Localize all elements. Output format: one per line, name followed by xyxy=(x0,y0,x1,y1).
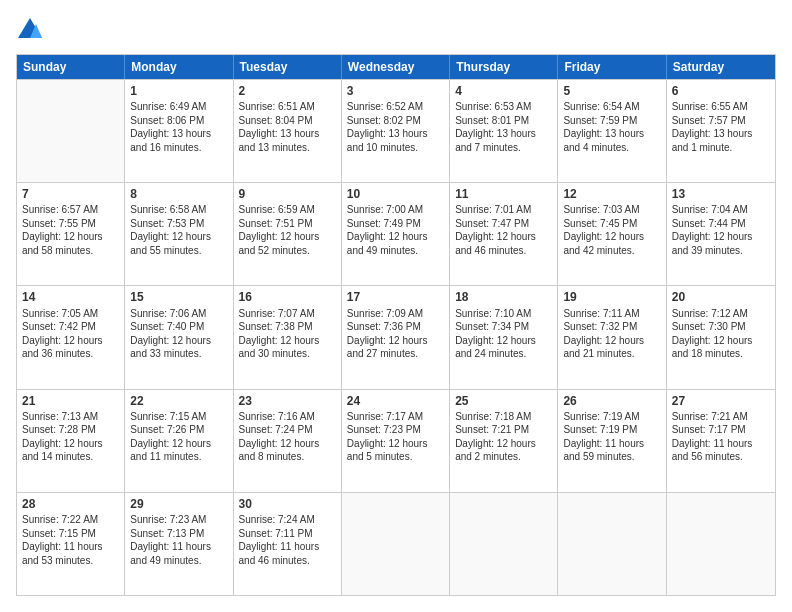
day-number: 2 xyxy=(239,83,336,99)
day-detail: Daylight: 12 hours xyxy=(347,230,444,244)
day-detail: Daylight: 12 hours xyxy=(239,230,336,244)
day-detail: and 30 minutes. xyxy=(239,347,336,361)
day-detail: and 2 minutes. xyxy=(455,450,552,464)
day-number: 5 xyxy=(563,83,660,99)
calendar-day-empty xyxy=(450,493,558,595)
day-detail: Daylight: 13 hours xyxy=(672,127,770,141)
calendar-day-1: 1Sunrise: 6:49 AMSunset: 8:06 PMDaylight… xyxy=(125,80,233,182)
day-detail: Daylight: 12 hours xyxy=(672,230,770,244)
calendar-day-11: 11Sunrise: 7:01 AMSunset: 7:47 PMDayligh… xyxy=(450,183,558,285)
day-detail: and 39 minutes. xyxy=(672,244,770,258)
day-detail: Sunset: 7:47 PM xyxy=(455,217,552,231)
day-detail: Daylight: 13 hours xyxy=(347,127,444,141)
calendar-day-4: 4Sunrise: 6:53 AMSunset: 8:01 PMDaylight… xyxy=(450,80,558,182)
day-detail: Sunset: 7:13 PM xyxy=(130,527,227,541)
day-detail: and 36 minutes. xyxy=(22,347,119,361)
calendar-day-23: 23Sunrise: 7:16 AMSunset: 7:24 PMDayligh… xyxy=(234,390,342,492)
calendar-day-3: 3Sunrise: 6:52 AMSunset: 8:02 PMDaylight… xyxy=(342,80,450,182)
calendar-day-2: 2Sunrise: 6:51 AMSunset: 8:04 PMDaylight… xyxy=(234,80,342,182)
day-detail: Daylight: 12 hours xyxy=(130,437,227,451)
day-number: 25 xyxy=(455,393,552,409)
calendar-day-7: 7Sunrise: 6:57 AMSunset: 7:55 PMDaylight… xyxy=(17,183,125,285)
day-detail: and 27 minutes. xyxy=(347,347,444,361)
cal-header-thursday: Thursday xyxy=(450,55,558,79)
day-detail: Sunrise: 7:10 AM xyxy=(455,307,552,321)
day-number: 14 xyxy=(22,289,119,305)
calendar-day-empty xyxy=(667,493,775,595)
day-detail: and 10 minutes. xyxy=(347,141,444,155)
day-detail: Sunset: 7:51 PM xyxy=(239,217,336,231)
day-number: 12 xyxy=(563,186,660,202)
day-number: 4 xyxy=(455,83,552,99)
calendar-day-empty xyxy=(17,80,125,182)
day-detail: Daylight: 11 hours xyxy=(22,540,119,554)
day-detail: Sunrise: 7:03 AM xyxy=(563,203,660,217)
day-number: 29 xyxy=(130,496,227,512)
day-detail: and 4 minutes. xyxy=(563,141,660,155)
day-detail: Sunset: 7:36 PM xyxy=(347,320,444,334)
day-detail: Sunrise: 7:15 AM xyxy=(130,410,227,424)
day-detail: Sunset: 7:45 PM xyxy=(563,217,660,231)
calendar: SundayMondayTuesdayWednesdayThursdayFrid… xyxy=(16,54,776,596)
day-number: 3 xyxy=(347,83,444,99)
calendar-row-1: 1Sunrise: 6:49 AMSunset: 8:06 PMDaylight… xyxy=(17,79,775,182)
cal-header-wednesday: Wednesday xyxy=(342,55,450,79)
day-detail: Sunset: 7:23 PM xyxy=(347,423,444,437)
day-detail: and 59 minutes. xyxy=(563,450,660,464)
day-number: 16 xyxy=(239,289,336,305)
day-number: 24 xyxy=(347,393,444,409)
cal-header-saturday: Saturday xyxy=(667,55,775,79)
day-detail: Sunset: 7:28 PM xyxy=(22,423,119,437)
calendar-day-8: 8Sunrise: 6:58 AMSunset: 7:53 PMDaylight… xyxy=(125,183,233,285)
calendar-row-2: 7Sunrise: 6:57 AMSunset: 7:55 PMDaylight… xyxy=(17,182,775,285)
calendar-day-17: 17Sunrise: 7:09 AMSunset: 7:36 PMDayligh… xyxy=(342,286,450,388)
day-detail: Sunrise: 7:16 AM xyxy=(239,410,336,424)
day-number: 9 xyxy=(239,186,336,202)
calendar-day-16: 16Sunrise: 7:07 AMSunset: 7:38 PMDayligh… xyxy=(234,286,342,388)
day-detail: Sunset: 8:04 PM xyxy=(239,114,336,128)
calendar-day-29: 29Sunrise: 7:23 AMSunset: 7:13 PMDayligh… xyxy=(125,493,233,595)
day-detail: Sunset: 7:38 PM xyxy=(239,320,336,334)
day-number: 18 xyxy=(455,289,552,305)
day-detail: Sunrise: 7:24 AM xyxy=(239,513,336,527)
calendar-day-18: 18Sunrise: 7:10 AMSunset: 7:34 PMDayligh… xyxy=(450,286,558,388)
day-detail: Sunset: 8:06 PM xyxy=(130,114,227,128)
day-detail: Daylight: 12 hours xyxy=(563,230,660,244)
day-number: 28 xyxy=(22,496,119,512)
day-detail: Sunrise: 7:21 AM xyxy=(672,410,770,424)
day-detail: Sunrise: 6:51 AM xyxy=(239,100,336,114)
day-detail: Sunset: 7:24 PM xyxy=(239,423,336,437)
day-detail: and 49 minutes. xyxy=(130,554,227,568)
day-detail: Sunrise: 6:49 AM xyxy=(130,100,227,114)
calendar-row-4: 21Sunrise: 7:13 AMSunset: 7:28 PMDayligh… xyxy=(17,389,775,492)
day-number: 1 xyxy=(130,83,227,99)
day-number: 10 xyxy=(347,186,444,202)
day-detail: Daylight: 12 hours xyxy=(455,334,552,348)
day-detail: and 33 minutes. xyxy=(130,347,227,361)
calendar-day-22: 22Sunrise: 7:15 AMSunset: 7:26 PMDayligh… xyxy=(125,390,233,492)
day-number: 22 xyxy=(130,393,227,409)
cal-header-sunday: Sunday xyxy=(17,55,125,79)
day-detail: Sunset: 7:49 PM xyxy=(347,217,444,231)
day-detail: Sunset: 7:42 PM xyxy=(22,320,119,334)
day-detail: Daylight: 12 hours xyxy=(130,334,227,348)
day-detail: Sunset: 7:34 PM xyxy=(455,320,552,334)
cal-header-monday: Monday xyxy=(125,55,233,79)
day-number: 13 xyxy=(672,186,770,202)
day-detail: and 49 minutes. xyxy=(347,244,444,258)
day-detail: Daylight: 12 hours xyxy=(563,334,660,348)
day-detail: and 53 minutes. xyxy=(22,554,119,568)
day-detail: and 5 minutes. xyxy=(347,450,444,464)
calendar-day-9: 9Sunrise: 6:59 AMSunset: 7:51 PMDaylight… xyxy=(234,183,342,285)
calendar-day-13: 13Sunrise: 7:04 AMSunset: 7:44 PMDayligh… xyxy=(667,183,775,285)
calendar-row-5: 28Sunrise: 7:22 AMSunset: 7:15 PMDayligh… xyxy=(17,492,775,595)
day-detail: and 7 minutes. xyxy=(455,141,552,155)
day-detail: Daylight: 12 hours xyxy=(130,230,227,244)
day-detail: Daylight: 12 hours xyxy=(239,334,336,348)
day-detail: and 8 minutes. xyxy=(239,450,336,464)
day-detail: Sunrise: 7:07 AM xyxy=(239,307,336,321)
day-detail: Daylight: 12 hours xyxy=(22,437,119,451)
day-detail: Sunrise: 7:13 AM xyxy=(22,410,119,424)
calendar-day-5: 5Sunrise: 6:54 AMSunset: 7:59 PMDaylight… xyxy=(558,80,666,182)
cal-header-tuesday: Tuesday xyxy=(234,55,342,79)
